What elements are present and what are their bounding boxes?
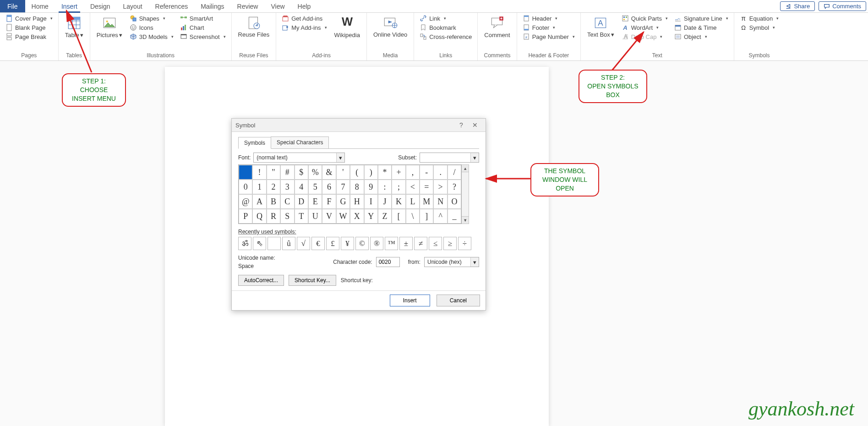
symbol-cell[interactable]: K <box>392 194 405 209</box>
get-addins-button[interactable]: Get Add-ins <box>280 14 328 22</box>
chevron-down-icon[interactable]: ▾ <box>336 153 344 162</box>
insert-button[interactable]: Insert <box>390 295 430 306</box>
symbol-cell[interactable]: 0 <box>239 180 252 194</box>
symbol-cell[interactable]: M <box>420 194 433 209</box>
from-combo[interactable]: Unicode (hex) ▾ <box>424 257 479 267</box>
symbol-cell[interactable]: 6 <box>322 180 336 194</box>
charcode-input[interactable] <box>376 257 400 267</box>
tab-mailings[interactable]: Mailings <box>194 0 230 12</box>
blank-page-button[interactable]: Blank Page <box>4 23 55 32</box>
symbol-cell[interactable]: R <box>267 209 280 224</box>
symbol-cell[interactable]: H <box>350 194 364 209</box>
symbol-cell[interactable]: + <box>392 165 405 180</box>
3dmodels-button[interactable]: 3D Models▾ <box>128 33 175 41</box>
pictures-button[interactable]: Pictures▾ <box>94 14 125 39</box>
symbol-cell[interactable]: 2 <box>267 180 280 194</box>
symbol-cell[interactable]: D <box>295 194 308 209</box>
symbol-cell[interactable]: Q <box>252 209 266 224</box>
symbol-cell[interactable]: / <box>448 165 461 180</box>
font-combo[interactable]: (normal text) ▾ <box>253 153 345 163</box>
recent-symbol-cell[interactable]: ≤ <box>429 237 442 250</box>
reuse-files-button[interactable]: Reuse Files <box>235 14 273 39</box>
symbol-cell[interactable]: : <box>378 180 392 194</box>
symbol-cell[interactable]: Y <box>364 209 378 224</box>
page-break-button[interactable]: Page Break <box>4 33 55 41</box>
autocorrect-button[interactable]: AutoCorrect... <box>238 275 284 286</box>
shapes-button[interactable]: Shapes▾ <box>128 14 175 22</box>
tab-design[interactable]: Design <box>84 0 117 12</box>
screenshot-button[interactable]: Screenshot▾ <box>178 33 228 41</box>
cover-page-button[interactable]: Cover Page▾ <box>4 14 55 22</box>
new-comment-button[interactable]: Comment <box>481 14 513 39</box>
symbol-cell[interactable]: - <box>420 165 433 180</box>
smartart-button[interactable]: SmartArt <box>178 14 228 22</box>
symbol-cell[interactable]: P <box>239 209 252 224</box>
recent-symbol-cell[interactable]: ¥ <box>341 237 354 250</box>
symbol-cell[interactable]: E <box>308 194 322 209</box>
symbol-cell[interactable]: X <box>350 209 364 224</box>
symbol-cell[interactable]: V <box>322 209 336 224</box>
recent-symbol-cell[interactable]: © <box>355 237 369 250</box>
tab-insert[interactable]: Insert <box>55 0 84 12</box>
symbol-cell[interactable]: ' <box>336 165 350 180</box>
recent-symbol-cell[interactable]: £ <box>326 237 339 250</box>
dialog-close-button[interactable]: ✕ <box>468 121 482 129</box>
symbol-cell[interactable]: F <box>322 194 336 209</box>
symbol-cell[interactable]: B <box>267 194 280 209</box>
symbol-cell[interactable]: & <box>322 165 336 180</box>
symbol-cell[interactable]: O <box>448 194 461 209</box>
tab-view[interactable]: View <box>264 0 291 12</box>
symbol-cell[interactable]: U <box>308 209 322 224</box>
dialog-titlebar[interactable]: Symbol ? ✕ <box>232 119 486 132</box>
share-button[interactable]: Share <box>780 1 815 11</box>
symbol-cell[interactable]: N <box>433 194 447 209</box>
link-button[interactable]: Link▾ <box>418 14 474 22</box>
recent-symbol-cell[interactable] <box>267 237 281 250</box>
subset-combo[interactable]: ▾ <box>420 153 479 163</box>
dialog-tab-symbols[interactable]: Symbols <box>238 137 271 149</box>
scroll-down-icon[interactable]: ▼ <box>462 216 469 224</box>
recent-symbol-cell[interactable]: ≠ <box>414 237 427 250</box>
symbol-cell[interactable]: % <box>308 165 322 180</box>
recent-symbol-cell[interactable]: ⇖ <box>253 237 266 250</box>
symbol-cell[interactable]: J <box>378 194 392 209</box>
symbol-button[interactable]: ΩSymbol▾ <box>738 23 781 32</box>
symbol-cell[interactable]: W <box>336 209 350 224</box>
tab-home[interactable]: Home <box>25 0 55 12</box>
symbol-cell[interactable]: 8 <box>350 180 364 194</box>
quickparts-button[interactable]: Quick Parts▾ <box>620 14 670 22</box>
symbol-cell[interactable] <box>239 165 252 180</box>
symbol-cell[interactable]: ! <box>252 165 266 180</box>
table-button[interactable]: Table▾ <box>62 14 86 39</box>
symbol-cell[interactable]: \ <box>406 209 420 224</box>
shortcutkey-button[interactable]: Shortcut Key... <box>289 275 336 286</box>
symbol-cell[interactable]: I <box>364 194 378 209</box>
symbol-cell[interactable]: > <box>433 180 447 194</box>
symbol-cell[interactable]: 1 <box>252 180 266 194</box>
chevron-down-icon[interactable]: ▾ <box>470 153 479 162</box>
symbol-cell[interactable]: T <box>295 209 308 224</box>
recent-symbol-cell[interactable]: ™ <box>385 237 398 250</box>
symbol-cell[interactable]: L <box>406 194 420 209</box>
dialog-tab-special[interactable]: Special Characters <box>271 137 329 148</box>
symbol-cell[interactable]: = <box>420 180 433 194</box>
recent-symbol-cell[interactable]: ÷ <box>458 237 471 250</box>
symbol-cell[interactable]: @ <box>239 194 252 209</box>
symbol-cell[interactable]: " <box>267 165 280 180</box>
symbol-cell[interactable]: C <box>280 194 294 209</box>
crossref-button[interactable]: Cross-reference <box>418 33 474 41</box>
symbol-cell[interactable]: Z <box>378 209 392 224</box>
datetime-button[interactable]: Date & Time <box>672 23 730 32</box>
tab-review[interactable]: Review <box>231 0 265 12</box>
recent-symbol-cell[interactable]: ≥ <box>443 237 457 250</box>
scroll-up-icon[interactable]: ▲ <box>462 165 469 172</box>
symbol-cell[interactable]: , <box>406 165 420 180</box>
chart-button[interactable]: Chart <box>178 23 228 32</box>
symbol-cell[interactable]: ( <box>350 165 364 180</box>
recent-symbol-cell[interactable]: û <box>282 237 295 250</box>
symbol-cell[interactable]: A <box>252 194 266 209</box>
object-button[interactable]: Object▾ <box>672 33 730 41</box>
symbol-cell[interactable]: # <box>280 165 294 180</box>
tab-help[interactable]: Help <box>291 0 317 12</box>
chevron-down-icon[interactable]: ▾ <box>470 257 479 267</box>
